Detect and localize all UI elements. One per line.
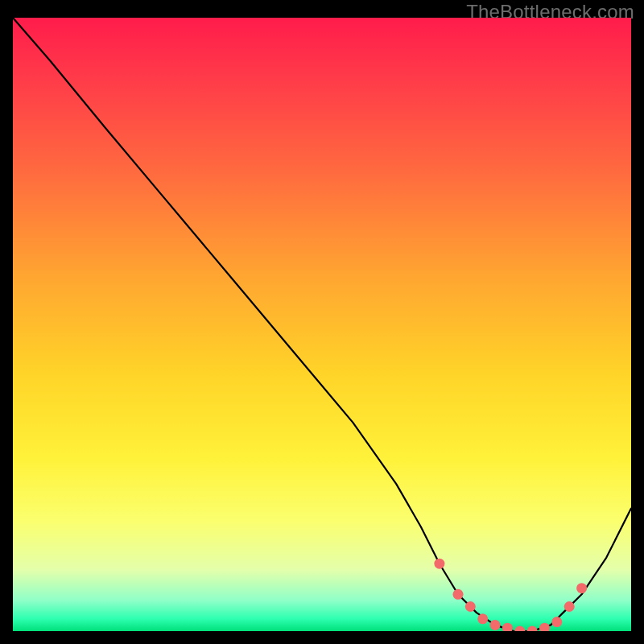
data-marker (576, 583, 587, 593)
data-marker (502, 623, 513, 631)
data-marker (527, 626, 538, 632)
data-marker (514, 626, 525, 632)
data-marker (465, 601, 476, 612)
data-marker (539, 623, 550, 631)
plot-area (13, 18, 631, 631)
chart-frame: TheBottleneck.com (0, 0, 644, 644)
data-marker (551, 617, 562, 627)
data-marker (434, 559, 444, 569)
marker-group (434, 559, 587, 631)
curve-svg (13, 18, 631, 631)
data-marker (490, 620, 501, 630)
bottleneck-curve (13, 18, 631, 631)
data-marker (453, 589, 464, 600)
data-marker (477, 613, 488, 624)
data-marker (564, 601, 575, 612)
